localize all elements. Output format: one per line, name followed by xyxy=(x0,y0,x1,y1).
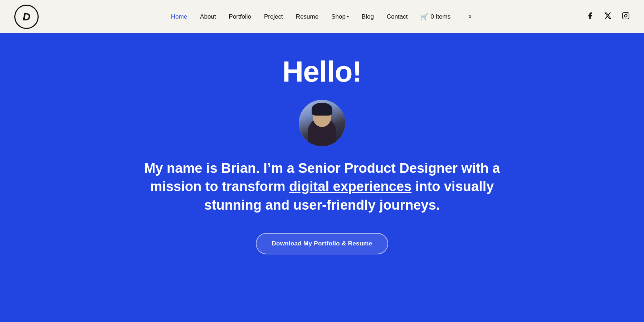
nav-item-resume[interactable]: Resume xyxy=(296,13,318,20)
logo[interactable]: D xyxy=(14,5,39,29)
logo-letter: D xyxy=(23,11,30,23)
nav-item-about[interactable]: About xyxy=(200,13,216,20)
facebook-icon[interactable] xyxy=(586,12,594,22)
shop-chevron-down-icon: ▾ xyxy=(347,15,349,19)
nav-item-portfolio[interactable]: Portfolio xyxy=(229,13,251,20)
hero-description: My name is Brian. I’m a Senior Product D… xyxy=(125,159,519,214)
nav-item-contact[interactable]: Contact xyxy=(387,13,408,20)
cart-button[interactable]: 🛒 0 Items xyxy=(420,13,450,21)
cta-download-button[interactable]: Download My Portfolio & Resume xyxy=(256,233,388,254)
nav-item-blog[interactable]: Blog xyxy=(362,13,374,20)
twitter-x-icon[interactable] xyxy=(604,12,612,22)
nav-item-shop[interactable]: Shop ▾ xyxy=(331,13,349,20)
hero-description-link[interactable]: digital experiences xyxy=(289,179,411,194)
hero-section: Hello! My name is Brian. I’m a Senior Pr… xyxy=(0,33,644,322)
avatar-hair xyxy=(312,103,332,116)
main-nav: Home About Portfolio Project Resume Shop… xyxy=(171,13,473,21)
nav-item-project[interactable]: Project xyxy=(264,13,283,20)
nav-item-home[interactable]: Home xyxy=(171,13,187,20)
avatar-image xyxy=(299,100,345,146)
cart-icon: 🛒 xyxy=(420,13,428,21)
instagram-icon[interactable] xyxy=(622,12,630,22)
site-header: D Home About Portfolio Project Resume Sh… xyxy=(0,0,644,33)
cart-count: 0 Items xyxy=(430,13,450,20)
svg-rect-0 xyxy=(623,12,629,19)
social-links xyxy=(586,12,630,22)
logo-area: D xyxy=(14,5,39,29)
hero-greeting: Hello! xyxy=(282,55,362,88)
search-icon[interactable]: ⚬ xyxy=(467,13,473,21)
avatar xyxy=(299,100,345,146)
